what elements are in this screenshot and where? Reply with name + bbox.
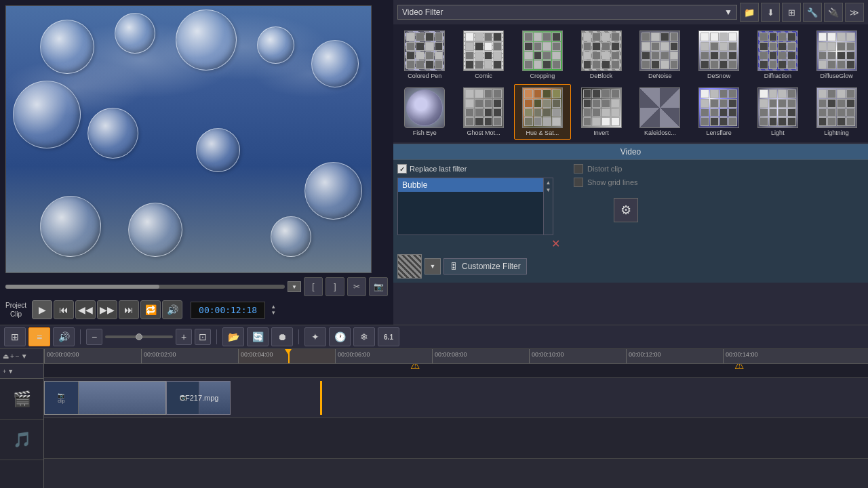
bubble-6: [13, 81, 81, 148]
filter-label-kaleidosc: Kaleidosc...: [644, 129, 676, 136]
warning-diamond-2: ⚠: [734, 364, 744, 371]
video-track-row[interactable]: 📷 clip 📷 CF217.mpg: [44, 378, 868, 418]
replace-last-filter-checkbox[interactable]: ✓: [397, 164, 407, 174]
filter-grid: Colored Pen Comic: [393, 24, 868, 142]
rewind-button[interactable]: ◀◀: [75, 300, 96, 319]
timecode-down[interactable]: ▼: [271, 310, 276, 316]
track-nav-icon[interactable]: ▼: [7, 368, 14, 375]
distort-clip-label: Distort clip: [587, 165, 622, 173]
filter-item-fish-eye[interactable]: Fish Eye: [396, 84, 454, 140]
filter-label-comic: Comic: [475, 73, 492, 79]
volume-button[interactable]: 🔊: [162, 300, 182, 319]
filter-item-deblock[interactable]: DeBlock: [572, 27, 630, 83]
effects-icon[interactable]: 🔧: [803, 3, 822, 22]
track-controls-header: + ▼: [0, 364, 43, 379]
storyboard-view-button[interactable]: ⊞: [4, 327, 26, 346]
zoom-out-button[interactable]: −: [86, 329, 102, 345]
bubble-5: [311, 40, 359, 87]
scroll-up-arrow[interactable]: ▲: [546, 180, 551, 186]
seek-bar[interactable]: [5, 285, 285, 289]
filter-item-light[interactable]: Light: [749, 84, 807, 140]
timeline-view-button[interactable]: ≡: [28, 327, 50, 346]
loop-button[interactable]: 🔁: [140, 300, 161, 319]
customize-icon: 🎛: [450, 262, 458, 271]
filter-item-cropping[interactable]: Cropping: [514, 27, 572, 83]
out-point-btn[interactable]: ]: [326, 277, 344, 296]
filter-item-hue-sat[interactable]: Hue & Sat...: [514, 84, 572, 140]
clip-segment-1[interactable]: 📷 clip: [44, 381, 166, 415]
show-grid-lines-checkbox[interactable]: [574, 178, 583, 187]
fit-button[interactable]: ⊡: [195, 329, 211, 345]
scroll-down-arrow[interactable]: ▼: [546, 187, 551, 193]
number-button[interactable]: 6.1: [378, 327, 399, 346]
open-folder-button[interactable]: 📂: [222, 327, 244, 346]
effects-toolbar-button[interactable]: ✦: [304, 327, 326, 346]
filter-item-lensflare[interactable]: Lensflare: [690, 84, 748, 140]
timeline-area: ⏏ + − ▼ 00:00:00:00 00:00:02:00 00:00:04…: [0, 349, 868, 488]
in-point-btn[interactable]: [: [304, 277, 323, 296]
play-button[interactable]: ▶: [32, 300, 52, 319]
filter-label-cropping: Cropping: [530, 73, 555, 79]
filter-preview-dropdown[interactable]: ▼: [425, 258, 441, 274]
filter-item-comic[interactable]: Comic: [455, 27, 513, 83]
bubble-9: [304, 162, 362, 220]
record-button[interactable]: ⏺: [271, 327, 293, 346]
ruler-expand-icon[interactable]: ▼: [21, 352, 28, 360]
cut-btn[interactable]: ✂: [347, 277, 366, 296]
clock-button[interactable]: 🕐: [329, 327, 351, 346]
video-section: Video ✓ Replace last filter Bubble ▲ ▼: [393, 144, 868, 283]
forward-button[interactable]: ▶▶: [97, 300, 117, 319]
filter-label-denoise: DeNoise: [648, 73, 672, 79]
filter-listbox-item-bubble[interactable]: Bubble: [398, 178, 553, 192]
filter-item-ghost-mot[interactable]: Ghost Mot...: [455, 84, 513, 140]
next-frame-button[interactable]: ⏭: [119, 300, 139, 319]
filter-list-area: ✓ Replace last filter Bubble ▲ ▼ ✕: [397, 164, 560, 279]
filter-thumb-colored-pen: [404, 30, 445, 71]
download-icon[interactable]: ⬇: [761, 3, 780, 22]
zoom-slider[interactable]: [105, 336, 173, 338]
customize-filter-button[interactable]: 🎛 Customize Filter: [443, 258, 527, 274]
eject-icon[interactable]: ⏏: [3, 352, 9, 360]
filter-item-diffuseglow[interactable]: DiffuseGlow: [808, 27, 865, 83]
refresh-button[interactable]: 🔄: [247, 327, 269, 346]
filter-item-denoise[interactable]: DeNoise: [631, 27, 689, 83]
toolbar-separator-3: [298, 329, 299, 344]
track-add-icon[interactable]: +: [3, 368, 6, 375]
audio-track-row[interactable]: [44, 418, 868, 459]
prev-frame-button[interactable]: ⏮: [54, 300, 74, 319]
distort-options: Distort clip Show grid lines ⚙: [567, 164, 638, 279]
plugin-icon[interactable]: 🔌: [824, 3, 843, 22]
clip-filename-label: CF217.mpg: [180, 394, 218, 402]
filter-toolbar-icons: 📁 ⬇ ⊞ 🔧 🔌 ≫: [740, 3, 864, 22]
filter-item-diffraction[interactable]: Diffraction: [749, 27, 807, 83]
filter-listbox[interactable]: Bubble ▲ ▼: [397, 178, 553, 235]
expand-icon[interactable]: ≫: [845, 3, 864, 22]
ruler-minus-icon[interactable]: −: [16, 352, 20, 360]
project-clip-labels: Project Clip: [5, 301, 26, 319]
ruler-left-spacer: ⏏ + − ▼: [0, 349, 44, 363]
filter-thumb-diffuseglow: [816, 30, 857, 71]
audio-view-button[interactable]: 🔊: [53, 327, 75, 346]
timecode-up[interactable]: ▲: [271, 304, 276, 310]
filter-item-invert[interactable]: Invert: [572, 84, 630, 140]
particle-button[interactable]: ❄: [353, 327, 375, 346]
filter-item-lightning[interactable]: Lightning: [808, 84, 865, 140]
delete-filter-button[interactable]: ✕: [551, 237, 560, 250]
zoom-in-button[interactable]: +: [176, 329, 192, 345]
filter-item-desnow[interactable]: DeSnow: [690, 27, 748, 83]
filter-item-kaleidosc[interactable]: Kaleidosc...: [631, 84, 689, 140]
filter-item-colored-pen[interactable]: Colored Pen: [396, 27, 454, 83]
seek-dropdown[interactable]: ▼: [288, 281, 301, 292]
folder-icon[interactable]: 📁: [740, 3, 759, 22]
distort-clip-checkbox[interactable]: [574, 164, 583, 174]
settings-gear-button[interactable]: ⚙: [614, 198, 638, 222]
snapshot-btn[interactable]: 📷: [369, 277, 388, 296]
filter-thumb-deblock: [581, 30, 622, 71]
video-filter-dropdown[interactable]: Video Filter ▼: [397, 5, 737, 20]
replace-filter-row: ✓ Replace last filter: [397, 164, 560, 174]
zoom-slider-thumb[interactable]: [136, 333, 142, 340]
ruler-plus-icon[interactable]: +: [10, 352, 14, 360]
grid-icon[interactable]: ⊞: [782, 3, 801, 22]
filter-listbox-scroll: ▲ ▼: [543, 178, 553, 235]
bottom-toolbar: ⊞ ≡ 🔊 − + ⊡ 📂 🔄 ⏺ ✦ 🕐 ❄ 6.1: [0, 325, 868, 349]
